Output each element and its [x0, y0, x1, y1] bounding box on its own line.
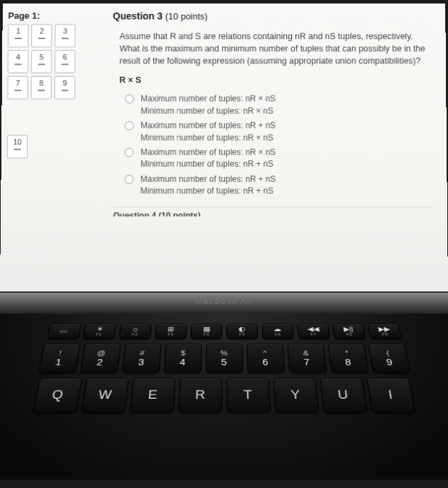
option-row[interactable]: Maximum number of tuples: nR + nS Minimu… — [125, 174, 433, 197]
key-f8[interactable]: ▶||F8 — [332, 323, 365, 338]
page-nav-cell[interactable]: 8 — [31, 76, 52, 99]
laptop-brand-label: MacBook Air — [195, 295, 254, 305]
next-question-label: Question 4 (10 points) — [114, 207, 434, 217]
option-row[interactable]: Maximum number of tuples: nR × nS Minimu… — [125, 146, 433, 170]
key-u[interactable]: U — [320, 378, 367, 413]
answer-options: Maximum number of tuples: nR × nS Minimu… — [125, 93, 433, 197]
key-i[interactable]: I — [366, 378, 416, 413]
radio-icon[interactable] — [125, 121, 134, 130]
key-q[interactable]: Q — [32, 378, 82, 413]
key-y[interactable]: Y — [273, 378, 319, 413]
fn-row: esc ☀F1 ☼F2 ⊞F3 ▦F4 ◐F5 ☁F6 ◀◀F7 ▶||F8 ▶… — [0, 323, 447, 338]
key-f1[interactable]: ☀F1 — [82, 323, 116, 338]
page-nav-cell[interactable]: 5 — [31, 50, 52, 73]
option-text: Maximum number of tuples: nR + nS — [141, 120, 276, 132]
key-f2[interactable]: ☼F2 — [118, 323, 151, 338]
key-2[interactable]: @2 — [79, 343, 121, 372]
page-nav-cell[interactable]: 7 — [8, 76, 29, 99]
key-6[interactable]: ^6 — [247, 343, 285, 372]
option-text: Maximum number of tuples: nR × nS — [141, 93, 276, 105]
question-title: Question 3 (10 points) — [113, 9, 432, 23]
letter-row: Q W E R T Y U I — [0, 378, 448, 413]
key-9[interactable]: (9 — [368, 343, 410, 372]
page-nav-cell[interactable]: 2 — [31, 24, 52, 47]
key-5[interactable]: %5 — [206, 343, 243, 372]
key-f7[interactable]: ◀◀F7 — [297, 323, 330, 338]
key-4[interactable]: $4 — [164, 343, 202, 372]
option-row[interactable]: Maximum number of tuples: nR + nS Minimu… — [125, 120, 433, 144]
page-nav-cell[interactable]: 9 — [54, 76, 75, 99]
key-3[interactable]: #3 — [121, 343, 161, 372]
option-text: Maximum number of tuples: nR × nS — [141, 146, 276, 158]
key-f6[interactable]: ☁F6 — [261, 323, 293, 338]
laptop-hinge: MacBook Air — [0, 293, 448, 314]
page-nav-cell[interactable]: 1 — [8, 24, 29, 47]
question-expression: R × S — [119, 74, 432, 86]
key-8[interactable]: *8 — [327, 343, 369, 372]
key-f9[interactable]: ▶▶F9 — [367, 323, 401, 338]
option-row[interactable]: Maximum number of tuples: nR × nS Minimu… — [125, 93, 433, 117]
key-7[interactable]: &7 — [287, 343, 327, 372]
number-row: !1 @2 #3 $4 %5 ^6 &7 *8 (9 — [0, 343, 448, 372]
key-esc[interactable]: esc — [47, 323, 81, 338]
question-text: Assume that R and S are relations contai… — [119, 30, 432, 67]
radio-icon[interactable] — [125, 95, 134, 104]
key-f3[interactable]: ⊞F3 — [154, 323, 186, 338]
page-nav-cell[interactable]: 3 — [55, 24, 76, 47]
option-text: Maximum number of tuples: nR + nS — [141, 174, 276, 185]
option-text: Minimum number of tuples: nR + nS — [140, 185, 275, 197]
key-t[interactable]: T — [226, 378, 270, 413]
key-f5[interactable]: ◐F5 — [226, 323, 258, 338]
option-text: Minimum number of tuples: nR + nS — [141, 158, 276, 170]
radio-icon[interactable] — [125, 148, 134, 157]
key-r[interactable]: R — [178, 378, 222, 413]
radio-icon[interactable] — [125, 175, 134, 184]
question-content: Question 3 (10 points) Assume that R and… — [112, 9, 434, 217]
laptop-screen: Page 1: 1 2 3 4 5 6 7 8 9 10 Question 3 … — [0, 3, 448, 293]
key-1[interactable]: !1 — [38, 343, 80, 372]
page-nav-cell[interactable]: 10 — [7, 135, 28, 159]
option-text: Minimum number of tuples: nR × nS — [141, 132, 276, 144]
page-nav-cell[interactable]: 4 — [8, 50, 29, 73]
page-nav-cell[interactable]: 6 — [54, 50, 75, 73]
key-e[interactable]: E — [130, 378, 176, 413]
page-nav-grid: 1 2 3 4 5 6 7 8 9 — [8, 24, 76, 100]
key-f4[interactable]: ▦F4 — [190, 323, 222, 338]
page-label: Page 1: — [8, 10, 40, 21]
keyboard: esc ☀F1 ☼F2 ⊞F3 ▦F4 ◐F5 ☁F6 ◀◀F7 ▶||F8 ▶… — [0, 314, 448, 480]
option-text: Minimum number of tuples: nR × nS — [141, 105, 276, 117]
key-w[interactable]: W — [81, 378, 128, 413]
